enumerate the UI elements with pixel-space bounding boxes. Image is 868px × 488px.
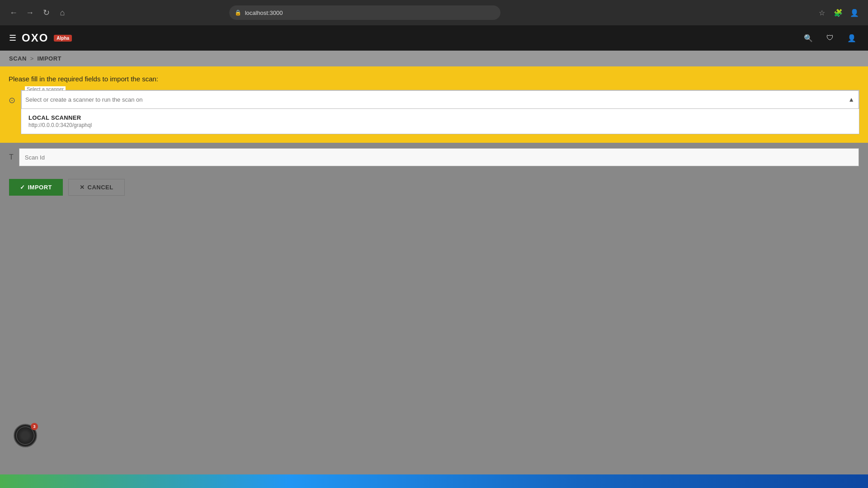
scanner-form-row: ⊙ Select a scanner ▲ LOCAL SCANNER <box>9 90 859 134</box>
browser-chrome: ← → ↻ ⌂ 🔒 localhost:3000 ☆ 🧩 👤 <box>0 0 868 25</box>
scanner-select-container[interactable]: Select a scanner ▲ <box>21 90 859 109</box>
profile-button[interactable]: 👤 <box>848 6 861 19</box>
import-button[interactable]: ✓ IMPORT <box>9 179 63 196</box>
import-label: IMPORT <box>28 184 52 191</box>
main-content: Please fill in the required fields to im… <box>0 66 868 488</box>
breadcrumb-separator: > <box>30 55 34 62</box>
cancel-x-icon: ✕ <box>80 184 85 191</box>
shield-icon-button[interactable]: 🛡 <box>823 31 837 45</box>
lock-icon: 🔒 <box>235 9 241 16</box>
yellow-panel: Please fill in the required fields to im… <box>0 66 868 143</box>
cancel-button[interactable]: ✕ CANCEL <box>68 179 125 196</box>
scanner-icon: ⊙ <box>9 92 15 105</box>
breadcrumb: SCAN > IMPORT <box>0 51 868 66</box>
app-header: ☰ OXO Alpha 🔍 🛡 👤 <box>0 25 868 51</box>
browser-actions: ☆ 🧩 👤 <box>816 6 861 19</box>
breadcrumb-import[interactable]: IMPORT <box>37 55 61 62</box>
bottom-avatar[interactable]: 3 <box>14 424 37 447</box>
logo-area: ☰ OXO Alpha <box>9 32 72 44</box>
scan-id-input[interactable] <box>19 148 859 166</box>
local-scanner-option[interactable]: LOCAL SCANNER http://0.0.0.0:3420/graphq… <box>21 109 859 134</box>
select-wrapper[interactable]: ▲ <box>21 90 859 108</box>
hamburger-icon[interactable]: ☰ <box>9 33 16 43</box>
scanner-dropdown: LOCAL SCANNER http://0.0.0.0:3420/graphq… <box>21 109 859 134</box>
refresh-button[interactable]: ↻ <box>40 6 52 19</box>
action-buttons: ✓ IMPORT ✕ CANCEL <box>0 172 868 203</box>
search-icon-button[interactable]: 🔍 <box>801 31 816 45</box>
option-title: LOCAL SCANNER <box>28 114 852 121</box>
user-icon-button[interactable]: 👤 <box>844 31 859 45</box>
address-bar[interactable]: 🔒 localhost:3000 <box>229 5 500 20</box>
notification-badge: 3 <box>31 423 38 430</box>
panel-instruction: Please fill in the required fields to im… <box>9 75 859 83</box>
text-icon: T <box>9 153 14 161</box>
nav-buttons: ← → ↻ ⌂ <box>7 6 69 19</box>
cancel-label: CANCEL <box>88 184 113 191</box>
home-button[interactable]: ⌂ <box>56 6 69 19</box>
import-check-icon: ✓ <box>20 184 25 191</box>
forward-button[interactable]: → <box>24 6 36 19</box>
scan-id-area: T <box>0 143 868 172</box>
extensions-button[interactable]: 🧩 <box>832 6 844 19</box>
bottom-bar <box>0 474 868 488</box>
bookmark-button[interactable]: ☆ <box>816 6 828 19</box>
avatar-circle[interactable]: 3 <box>14 424 37 447</box>
scanner-select-input[interactable] <box>21 90 859 108</box>
breadcrumb-scan[interactable]: SCAN <box>9 55 27 62</box>
option-subtitle: http://0.0.0.0:3420/graphql <box>28 122 852 128</box>
header-icons: 🔍 🛡 👤 <box>801 31 859 45</box>
url-text: localhost:3000 <box>245 9 283 16</box>
alpha-badge: Alpha <box>54 35 72 42</box>
app-logo: OXO <box>22 32 48 44</box>
app-container: ☰ OXO Alpha 🔍 🛡 👤 SCAN > IMPORT Please f… <box>0 25 868 488</box>
back-button[interactable]: ← <box>7 6 20 19</box>
